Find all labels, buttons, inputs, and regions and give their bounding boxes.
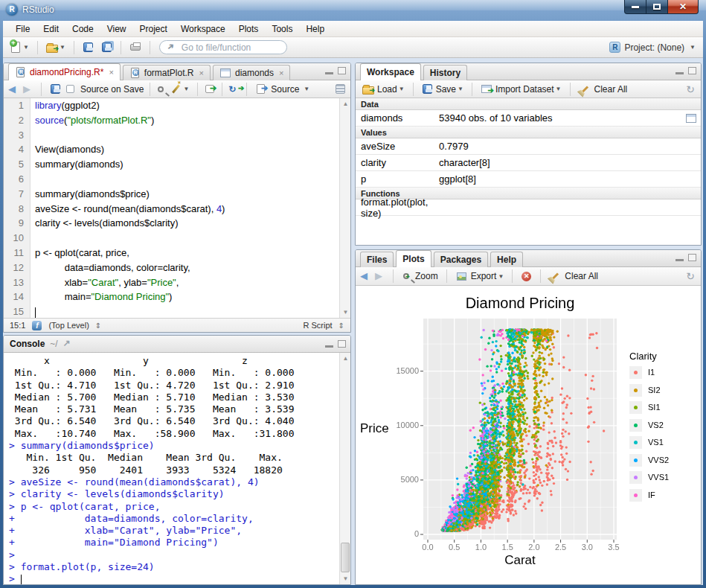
new-file-button[interactable]: ▼	[7, 40, 31, 54]
pane-minimize-icon[interactable]	[325, 345, 333, 348]
code-line: 4View(diamonds)	[4, 142, 350, 157]
close-tab-icon[interactable]: ×	[109, 68, 113, 77]
import-dataset-button[interactable]: Import Dataset▼	[478, 82, 564, 96]
tab-history[interactable]: History	[423, 65, 467, 80]
menu-item-code[interactable]: Code	[65, 22, 100, 36]
scroll-up-arrow[interactable]: ▲	[341, 99, 350, 109]
y-tick-label: 5000	[356, 475, 419, 484]
pane-minimize-icon[interactable]	[675, 259, 684, 261]
file-type-label[interactable]: R Script	[303, 321, 332, 330]
refresh-icon[interactable]: ↻	[684, 83, 696, 95]
goto-file-input[interactable]: Go to file/function	[159, 40, 287, 54]
menu-item-file[interactable]: File	[9, 22, 36, 36]
workspace-row[interactable]: claritycharacter[8]	[356, 155, 701, 171]
save-button[interactable]	[80, 40, 96, 54]
workspace-row[interactable]: diamonds53940 obs. of 10 variables	[356, 110, 701, 127]
editor-vertical-scrollbar[interactable]: ▲ ▼	[339, 98, 350, 318]
tab-workspace[interactable]: Workspace	[360, 63, 421, 80]
pane-maximize-icon[interactable]	[688, 254, 696, 261]
object-name: format.plot(plot, size)	[356, 196, 439, 219]
document-outline-icon[interactable]	[336, 84, 345, 94]
pane-maximize-icon[interactable]	[338, 340, 346, 348]
scrollbar-thumb[interactable]	[341, 543, 350, 572]
menu-item-help[interactable]: Help	[299, 22, 331, 36]
workspace-row[interactable]: pggplot[8]	[356, 171, 701, 188]
print-button[interactable]	[127, 39, 144, 55]
editor-tab-diamondpricingr[interactable]: diamondPricing.R*×	[8, 63, 121, 80]
close-tab-icon[interactable]: ×	[199, 68, 204, 77]
close-button[interactable]: ✕	[667, 0, 699, 14]
workspace-row[interactable]: format.plot(plot, size)	[356, 199, 701, 216]
project-menu-button[interactable]: R Project: (None) ▼	[609, 42, 699, 53]
pane-minimize-icon[interactable]	[325, 72, 333, 74]
back-icon[interactable]: ◀	[8, 83, 20, 95]
editor-save-button[interactable]	[48, 82, 63, 96]
tab-packages[interactable]: Packages	[434, 252, 488, 267]
minimize-button[interactable]	[624, 0, 646, 14]
code-text: summary(diamonds$price)	[31, 187, 150, 202]
open-file-button[interactable]: ▼	[44, 41, 68, 54]
workspace-row[interactable]: aveSize0.7979	[356, 138, 701, 155]
pane-minimize-icon[interactable]	[675, 72, 684, 74]
editor-tab-diamonds[interactable]: diamonds×	[213, 65, 290, 80]
zoom-plot-button[interactable]: Zoom	[399, 269, 440, 283]
code-editor[interactable]: 1library(ggplot2)2source("plots/formatPl…	[4, 98, 350, 318]
view-data-icon[interactable]	[686, 114, 696, 123]
legend-key	[629, 471, 642, 484]
find-replace-icon[interactable]	[158, 86, 164, 92]
pane-maximize-icon[interactable]	[688, 67, 696, 74]
export-plot-button[interactable]: Export▼	[453, 269, 507, 284]
code-tools-button[interactable]: ▼	[168, 82, 191, 96]
rstudio-window: R RStudio ✕ FileEditCodeViewProjectWorks…	[0, 0, 706, 588]
legend-key	[629, 384, 642, 397]
legend-dot	[634, 441, 638, 444]
tab-help[interactable]: Help	[490, 252, 523, 267]
menu-item-workspace[interactable]: Workspace	[174, 22, 232, 36]
next-plot-icon[interactable]: ▶	[375, 270, 387, 282]
menu-item-view[interactable]: View	[100, 22, 133, 36]
console-vertical-scrollbar[interactable]: ▲ ▼	[339, 353, 350, 584]
source-button[interactable]: Source ▼	[253, 82, 312, 96]
scroll-up-arrow[interactable]: ▲	[341, 354, 350, 363]
tab-label: Files	[367, 255, 387, 265]
tab-plots[interactable]: Plots	[396, 250, 431, 267]
rerun-icon[interactable]: ↻	[228, 83, 240, 95]
open-in-window-icon[interactable]: ↗	[63, 338, 75, 350]
editor-tab-formatplotr[interactable]: formatPlot.R×	[123, 65, 211, 80]
previous-plot-icon[interactable]: ◀	[360, 270, 372, 282]
scope-label[interactable]: (Top Level)	[48, 321, 89, 330]
refresh-icon[interactable]: ↻	[684, 270, 696, 282]
tab-files[interactable]: Files	[360, 252, 394, 267]
console-header: Console ~/ ↗	[4, 336, 350, 353]
clear-all-button[interactable]: Clear All	[577, 83, 630, 96]
run-line-icon[interactable]	[205, 85, 214, 93]
import-dataset-icon	[481, 85, 492, 93]
save-workspace-button[interactable]: Save▼	[420, 82, 466, 96]
clear-plots-button[interactable]: Clear All	[547, 269, 600, 283]
title-bar[interactable]: R RStudio ✕	[0, 0, 706, 21]
line-number: 9	[4, 216, 31, 231]
source-on-save-checkbox[interactable]	[66, 85, 74, 93]
save-icon	[423, 84, 432, 94]
menu-item-tools[interactable]: Tools	[265, 22, 299, 36]
zoom-icon	[403, 273, 409, 279]
source-editor-pane: diamondPricing.R*×formatPlot.R×diamonds×…	[3, 63, 351, 333]
console-output[interactable]: x y z Min. : 0.000 Min. : 0.000 Min. : 0…	[4, 353, 350, 584]
pane-maximize-icon[interactable]	[338, 67, 346, 74]
save-all-button[interactable]	[99, 40, 115, 54]
console-line: Min. : 0.000 Min. : 0.000 Min. : 0.000	[4, 367, 350, 379]
remove-plot-button[interactable]: ✕	[519, 269, 534, 284]
menu-item-plots[interactable]: Plots	[232, 22, 266, 36]
close-tab-icon[interactable]: ×	[279, 68, 283, 77]
plot-display: Diamond Pricing Price Carat Clarity 0500…	[356, 287, 702, 584]
load-workspace-button[interactable]: Load▼	[360, 83, 407, 96]
console-pane: Console ~/ ↗ x y z Min. : 0.000 Min. : 0…	[3, 335, 351, 585]
code-text: data=diamonds, color=clarity,	[31, 261, 190, 275]
scroll-down-arrow[interactable]: ▼	[341, 307, 350, 317]
forward-icon[interactable]: ▶	[23, 83, 35, 95]
scroll-down-arrow[interactable]: ▼	[341, 574, 350, 584]
maximize-button[interactable]	[646, 0, 667, 14]
source-file-icon	[257, 84, 265, 94]
menu-item-edit[interactable]: Edit	[36, 22, 65, 36]
menu-item-project[interactable]: Project	[133, 22, 174, 36]
